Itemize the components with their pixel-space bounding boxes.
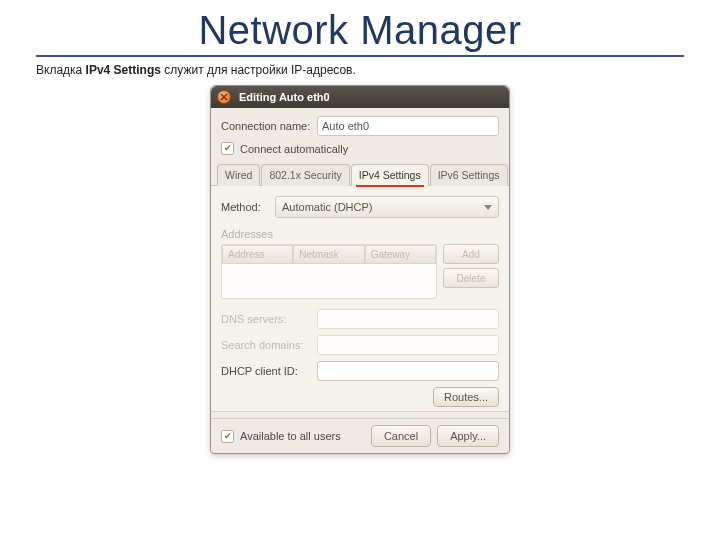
addresses-table: Address Netmask Gateway — [221, 244, 437, 299]
network-editor-dialog: Editing Auto eth0 Connection name: Conne… — [210, 85, 510, 454]
connection-name-label: Connection name: — [221, 120, 317, 132]
method-value: Automatic (DHCP) — [282, 201, 372, 213]
titlebar[interactable]: Editing Auto eth0 — [211, 86, 509, 108]
add-button[interactable]: Add — [443, 244, 499, 264]
method-label: Method: — [221, 201, 275, 213]
tab-8021x-security[interactable]: 802.1x Security — [261, 164, 349, 186]
addresses-body[interactable] — [222, 264, 436, 298]
caption-suffix: служит для настройки IP-адресов. — [161, 63, 356, 77]
method-dropdown[interactable]: Automatic (DHCP) — [275, 196, 499, 218]
available-to-all-users-label: Available to all users — [240, 430, 341, 442]
window-title: Editing Auto eth0 — [239, 91, 330, 103]
apply-button[interactable]: Apply... — [437, 425, 499, 447]
tab-ipv4-settings[interactable]: IPv4 Settings — [351, 164, 429, 186]
addresses-section-title: Addresses — [221, 228, 499, 240]
close-icon[interactable] — [217, 90, 231, 104]
chevron-down-icon — [484, 205, 492, 210]
checkbox-icon — [221, 142, 234, 155]
connect-automatically-checkbox[interactable]: Connect automatically — [221, 142, 499, 155]
cancel-button[interactable]: Cancel — [371, 425, 431, 447]
search-domains-label: Search domains: — [221, 339, 317, 351]
dns-servers-label: DNS servers: — [221, 313, 317, 325]
caption-prefix: Вкладка — [36, 63, 86, 77]
title-underline — [36, 55, 684, 57]
connection-name-input[interactable] — [317, 116, 499, 136]
search-domains-input[interactable] — [317, 335, 499, 355]
dns-servers-input[interactable] — [317, 309, 499, 329]
slide-caption: Вкладка IPv4 Settings служит для настрой… — [0, 63, 720, 85]
tab-bar: Wired 802.1x Security IPv4 Settings IPv6… — [211, 163, 509, 186]
col-address[interactable]: Address — [222, 245, 293, 264]
connect-automatically-label: Connect automatically — [240, 143, 348, 155]
col-netmask[interactable]: Netmask — [293, 245, 364, 264]
tab-wired[interactable]: Wired — [217, 164, 260, 186]
slide-title: Network Manager — [0, 0, 720, 55]
delete-button[interactable]: Delete — [443, 268, 499, 288]
checkbox-icon — [221, 430, 234, 443]
caption-bold: IPv4 Settings — [86, 63, 161, 77]
tab-ipv6-settings[interactable]: IPv6 Settings — [430, 164, 508, 186]
available-to-all-users-checkbox[interactable]: Available to all users — [221, 430, 371, 443]
col-gateway[interactable]: Gateway — [365, 245, 436, 264]
ipv4-tab-pane: Method: Automatic (DHCP) Addresses Addre… — [211, 186, 509, 412]
dhcp-client-id-label: DHCP client ID: — [221, 365, 317, 377]
dialog-footer: Available to all users Cancel Apply... — [211, 418, 509, 453]
routes-button[interactable]: Routes... — [433, 387, 499, 407]
dhcp-client-id-input[interactable] — [317, 361, 499, 381]
